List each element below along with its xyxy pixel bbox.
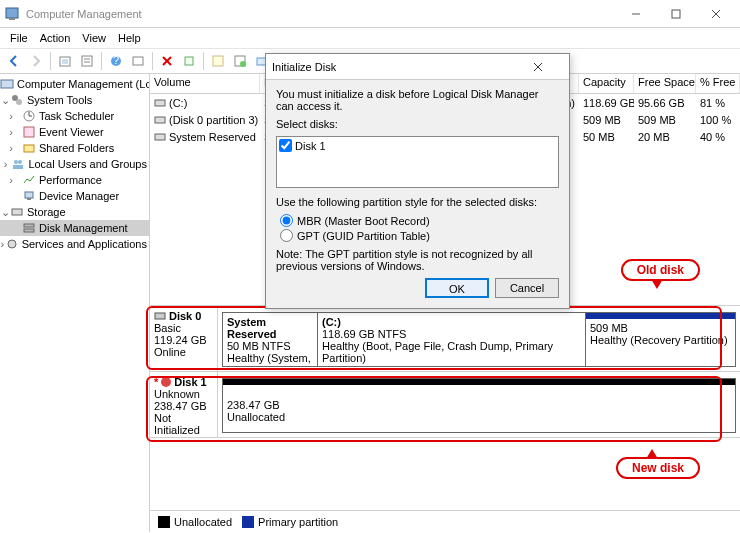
tree-label: Performance — [39, 174, 102, 186]
svg-rect-1 — [9, 18, 15, 20]
mbr-radio-row[interactable]: MBR (Master Boot Record) — [280, 214, 559, 227]
tree-disk-management[interactable]: Disk Management — [0, 220, 149, 236]
back-button[interactable] — [4, 51, 24, 71]
volume-name: System Reserved — [169, 131, 256, 143]
tree-label: Shared Folders — [39, 142, 114, 154]
partition-status: Unallocated — [227, 411, 731, 423]
drive-icon — [154, 114, 166, 126]
maximize-button[interactable] — [656, 0, 696, 28]
disk-0-row[interactable]: Disk 0 Basic 119.24 GB Online System Res… — [150, 306, 740, 372]
partition-name: System Reserved — [227, 316, 313, 340]
tree-task-scheduler[interactable]: ›Task Scheduler — [0, 108, 149, 124]
partition-name: (C:) — [322, 316, 581, 328]
volume-pct: 81 % — [696, 97, 740, 109]
col-capacity[interactable]: Capacity — [579, 74, 634, 93]
select-disks-box[interactable]: Disk 1 — [276, 136, 559, 188]
partition-recovery[interactable]: 509 MB Healthy (Recovery Partition) — [586, 312, 736, 367]
disk-1-checkbox[interactable] — [279, 139, 292, 152]
tree-label: Storage — [27, 206, 66, 218]
volume-capacity: 509 MB — [579, 114, 634, 126]
tree-shared-folders[interactable]: ›Shared Folders — [0, 140, 149, 156]
partition-status: Healthy (Boot, Page File, Crash Dump, Pr… — [322, 340, 581, 364]
refresh-list-button[interactable] — [128, 51, 148, 71]
volume-capacity: 50 MB — [579, 131, 634, 143]
col-pct[interactable]: % Free — [696, 74, 740, 93]
title-bar: Computer Management — [0, 0, 740, 28]
volume-free: 20 MB — [634, 131, 696, 143]
tree-device-manager[interactable]: Device Manager — [0, 188, 149, 204]
dialog-note: Note: The GPT partition style is not rec… — [276, 248, 559, 272]
volume-free: 509 MB — [634, 114, 696, 126]
partition-size: 509 MB — [590, 322, 731, 334]
disk-1-label: Disk 1 — [295, 140, 326, 152]
partition-c[interactable]: (C:) 118.69 GB NTFS Healthy (Boot, Page … — [318, 312, 586, 367]
disk-graphical-view[interactable]: Disk 0 Basic 119.24 GB Online System Res… — [150, 305, 740, 438]
cancel-button[interactable]: Cancel — [495, 278, 559, 298]
mbr-radio[interactable] — [280, 214, 293, 227]
tree-services[interactable]: ›Services and Applications — [0, 236, 149, 252]
svg-rect-21 — [1, 80, 13, 88]
tree-local-users[interactable]: ›Local Users and Groups — [0, 156, 149, 172]
volume-pct: 40 % — [696, 131, 740, 143]
svg-rect-17 — [213, 56, 223, 66]
disk-1-info[interactable]: *Disk 1 Unknown 238.47 GB Not Initialize… — [150, 372, 218, 437]
tree-root-label: Computer Management (Local) — [17, 78, 150, 90]
up-button[interactable] — [55, 51, 75, 71]
partition-status: Healthy (System, A — [227, 352, 313, 367]
tree-label: Device Manager — [39, 190, 119, 202]
mbr-label: MBR (Master Boot Record) — [297, 215, 430, 227]
svg-point-42 — [161, 377, 171, 387]
partition-size: 118.69 GB NTFS — [322, 328, 581, 340]
disk-0-info[interactable]: Disk 0 Basic 119.24 GB Online — [150, 306, 218, 371]
tree-performance[interactable]: ›Performance — [0, 172, 149, 188]
dialog-title: Initialize Disk — [272, 61, 533, 73]
tree-label: Local Users and Groups — [28, 158, 147, 170]
col-volume[interactable]: Volume — [150, 74, 260, 93]
tree-event-viewer[interactable]: ›Event Viewer — [0, 124, 149, 140]
volume-name: (C:) — [169, 97, 187, 109]
tree-storage[interactable]: ⌄Storage — [0, 204, 149, 220]
menu-view[interactable]: View — [76, 30, 112, 46]
menu-file[interactable]: File — [4, 30, 34, 46]
action-2-button[interactable] — [208, 51, 228, 71]
help-button[interactable]: ? — [106, 51, 126, 71]
drive-icon — [154, 97, 166, 109]
properties-button[interactable] — [77, 51, 97, 71]
minimize-button[interactable] — [616, 0, 656, 28]
action-3-button[interactable] — [230, 51, 250, 71]
delete-button[interactable] — [157, 51, 177, 71]
svg-rect-32 — [25, 192, 33, 198]
tree-label: System Tools — [27, 94, 92, 106]
menu-action[interactable]: Action — [34, 30, 77, 46]
action-1-button[interactable] — [179, 51, 199, 71]
svg-point-37 — [8, 240, 16, 248]
gpt-radio[interactable] — [280, 229, 293, 242]
disk-title: Disk 0 — [169, 310, 201, 322]
svg-rect-16 — [185, 57, 193, 65]
close-button[interactable] — [696, 0, 736, 28]
svg-point-19 — [240, 61, 246, 67]
svg-rect-39 — [155, 117, 165, 123]
partition-size: 238.47 GB — [227, 399, 731, 411]
disk-1-checkbox-row[interactable]: Disk 1 — [279, 139, 556, 152]
volume-name: (Disk 0 partition 3) — [169, 114, 258, 126]
svg-rect-34 — [12, 209, 22, 215]
partition-size: 50 MB NTFS — [227, 340, 313, 352]
tree-system-tools[interactable]: ⌄ System Tools — [0, 92, 149, 108]
gpt-radio-row[interactable]: GPT (GUID Partition Table) — [280, 229, 559, 242]
disk-size: 119.24 GB — [154, 334, 213, 346]
partition-system-reserved[interactable]: System Reserved 50 MB NTFS Healthy (Syst… — [222, 312, 318, 367]
disk-type: Unknown — [154, 388, 213, 400]
dialog-close-button[interactable] — [533, 62, 563, 72]
tree-root[interactable]: Computer Management (Local) — [0, 76, 149, 92]
partition-unallocated[interactable]: 238.47 GB Unallocated — [222, 378, 736, 433]
col-free[interactable]: Free Space — [634, 74, 696, 93]
partition-status: Healthy (Recovery Partition) — [590, 334, 731, 346]
forward-button[interactable] — [26, 51, 46, 71]
ok-button[interactable]: OK — [425, 278, 489, 298]
disk-1-row[interactable]: *Disk 1 Unknown 238.47 GB Not Initialize… — [150, 372, 740, 438]
gpt-label: GPT (GUID Partition Table) — [297, 230, 430, 242]
menu-help[interactable]: Help — [112, 30, 147, 46]
svg-rect-0 — [6, 8, 18, 18]
nav-tree[interactable]: Computer Management (Local) ⌄ System Too… — [0, 74, 150, 532]
